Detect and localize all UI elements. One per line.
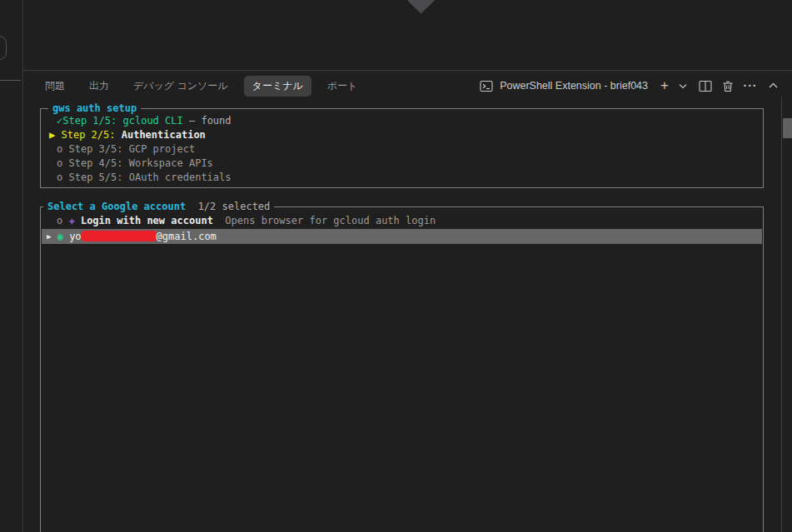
left-edge-rounded-outline <box>0 36 7 60</box>
terminal-session[interactable]: PowerShell Extension - brief043 <box>478 77 648 94</box>
plus-glyph: + <box>660 79 669 92</box>
option-hint: Opens browser for gcloud auth login <box>213 215 436 226</box>
step-note: — found <box>183 115 232 127</box>
plus-icon: ✚ <box>68 215 74 226</box>
spacer <box>51 231 57 242</box>
panel-header: 問題 出力 デバッグ コンソール ターミナル ポート PowerShell Ex… <box>23 71 792 101</box>
step-label: Step 4/5: Workspace APIs <box>68 157 212 169</box>
selection-count-text: 1/2 selected <box>198 201 271 212</box>
option-existing-account-selected[interactable]: ▶ ◉ yo@gmail.com <box>42 229 762 244</box>
step-line-done: ✓Step 1/5: gcloud CLI — found <box>41 114 763 128</box>
new-terminal-plus-icon[interactable]: + <box>656 77 673 94</box>
step-circle-icon: o <box>57 143 68 155</box>
tab-output[interactable]: 出力 <box>81 76 117 97</box>
radio-selected-icon: ◉ <box>57 231 63 242</box>
ellipsis-glyph: ··· <box>744 79 758 92</box>
option-circle-icon: o <box>57 215 68 226</box>
step-label: Step 2/5: <box>61 129 121 141</box>
launch-profile-chevron-down-icon[interactable] <box>675 77 691 94</box>
tab-terminal[interactable]: ターミナル <box>244 76 311 97</box>
step-line-pending: o Step 5/5: OAuth credentials <box>41 171 763 185</box>
step-circle-icon: o <box>57 172 68 183</box>
option-label: Login with new account <box>75 215 213 226</box>
maximize-panel-chevron-up-icon[interactable] <box>765 77 781 94</box>
account-box-title: Select a Google account 1/2 selected <box>43 201 274 212</box>
tab-ports[interactable]: ポート <box>319 76 366 97</box>
step-label: Step 3/5: GCP project <box>68 143 195 155</box>
vscode-window: 問題 出力 デバッグ コンソール ターミナル ポート PowerShell Ex… <box>0 0 792 532</box>
terminal-actions: PowerShell Extension - brief043 + <box>478 77 792 94</box>
step-line-active: ▶ Step 2/5: Authentication <box>41 128 763 142</box>
account-box-title-text: Select a Google account <box>47 201 186 212</box>
setup-box-title: gws auth setup <box>48 102 141 114</box>
scrollbar-track-border <box>781 97 782 532</box>
split-terminal-icon[interactable] <box>697 77 714 94</box>
option-login-new-account[interactable]: o ✚ Login with new account Opens browser… <box>41 214 763 228</box>
account-select-box: Select a Google account 1/2 selected o ✚… <box>40 206 764 532</box>
terminal-session-label: PowerShell Extension - brief043 <box>500 80 648 92</box>
redaction-overlay <box>82 231 157 241</box>
step-circle-icon: o <box>57 157 68 169</box>
selection-count <box>186 201 197 212</box>
tab-debug-console[interactable]: デバッグ コンソール <box>125 76 237 97</box>
scrollbar-thumb[interactable] <box>783 118 792 138</box>
step-label: Step 5/5: OAuth credentials <box>68 172 231 183</box>
step-line-pending: o Step 4/5: Workspace APIs <box>41 157 763 171</box>
step-emphasis: Authentication <box>122 129 206 141</box>
more-actions-ellipsis-icon[interactable]: ··· <box>742 77 759 94</box>
left-edge-tick <box>0 80 21 81</box>
center-layout-drag-handle[interactable] <box>405 0 436 14</box>
setup-wizard-box: gws auth setup ✓Step 1/5: gcloud CLI — f… <box>40 108 764 188</box>
account-email-prefix: yo <box>69 231 81 242</box>
account-email-suffix: @gmail.com <box>157 231 217 242</box>
tab-problems[interactable]: 問題 <box>37 76 73 97</box>
step-line-pending: o Step 3/5: GCP project <box>41 142 763 157</box>
kill-terminal-trash-icon[interactable] <box>720 77 736 94</box>
panel-tabs: 問題 出力 デバッグ コンソール ターミナル ポート <box>23 76 366 97</box>
step-label: Step 1/5: gcloud CLI <box>62 115 183 127</box>
powershell-terminal-icon <box>478 77 495 94</box>
step-arrow-icon: ▶ <box>49 129 61 141</box>
